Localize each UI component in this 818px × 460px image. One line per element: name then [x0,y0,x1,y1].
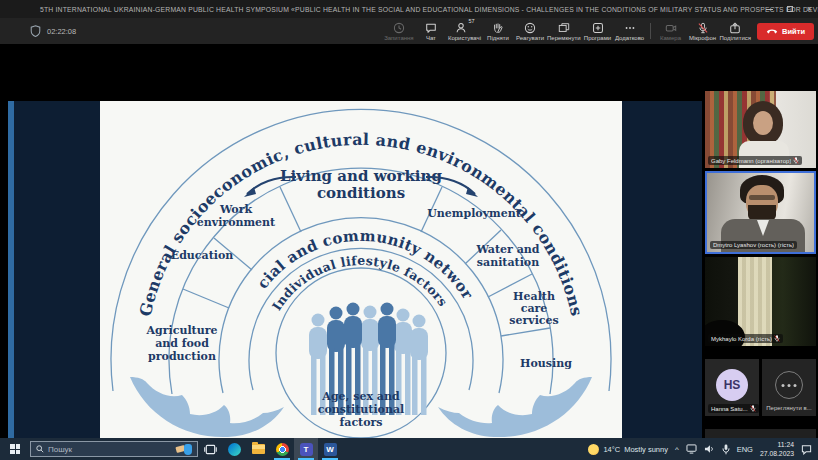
windows-logo-icon [10,444,20,454]
phone-hangup-icon [766,27,778,35]
mic-muted-icon [774,335,780,342]
svg-text:environment: environment [197,216,276,229]
qa-button[interactable]: Запитання [384,19,414,43]
glasses [749,195,775,200]
mic-muted-icon [793,157,799,164]
search-input[interactable] [48,445,172,454]
edge-icon [228,443,241,456]
close-icon[interactable]: × [807,5,812,14]
apps-button[interactable]: Програми [583,19,613,43]
view-more-participants-tile[interactable]: Переглянути в... [762,359,816,416]
chrome-icon [276,443,289,456]
search-icon [36,445,44,453]
clock-icon [393,22,405,34]
meeting-toolbar: 02:22:08 Запитання Чат 57 Користувачі [0,18,818,44]
teams-icon: T [300,443,313,456]
search-highlights-icon[interactable] [176,443,192,456]
more-button[interactable]: Додатково [615,19,645,43]
switch-view-button[interactable]: Перемкнути [547,19,581,43]
word-icon: W [324,443,337,456]
word-app-button[interactable]: W [318,438,342,460]
participants-button[interactable]: 57 Користувачі [448,19,481,43]
chrome-app-button[interactable] [270,438,294,460]
raise-hand-button[interactable]: Підняти [483,19,513,43]
taskbar-clock[interactable]: 11:24 27.08.2023 [760,440,794,458]
notifications-icon[interactable] [801,444,812,455]
participant-nametag: Hanna Satu... [708,404,759,413]
start-button[interactable] [0,438,30,460]
participant-nametag: Gaby Feldmann (організатор) [708,156,802,165]
participant-tile-dmytro-active-speaker[interactable]: Dmytro Lyashov (гость) (гість) [705,171,816,254]
edge-app-button[interactable] [222,438,246,460]
ellipsis-icon [624,22,636,34]
tray-expand-button[interactable]: ^ [675,445,679,454]
weather-temp: 14°C [603,445,620,454]
shield-icon [30,25,41,37]
microphone-button[interactable]: Мікрофон [688,19,718,43]
meeting-content-area: General socioeconomic, cultural and envi… [0,44,818,438]
participant-tile-gaby[interactable]: Gaby Feldmann (організатор) [705,91,816,168]
camera-button[interactable]: Камера [656,19,686,43]
svg-text:Housing: Housing [520,357,572,370]
share-up-arrow-icon [729,22,741,34]
weather-widget[interactable]: 14°C Mostly sunny [588,444,668,455]
svg-text:Living and working: Living and working [280,167,442,185]
raise-hand-icon [492,22,504,34]
task-view-icon [204,443,217,456]
weather-sun-icon [588,444,599,455]
svg-text:Education: Education [171,249,234,262]
speaker-icon[interactable] [704,444,715,454]
maximize-icon[interactable] [787,6,793,12]
svg-text:Unemployment: Unemployment [427,207,521,220]
slide-accent-strip [8,101,14,460]
meeting-timer: 02:22:08 [47,27,76,36]
chat-button[interactable]: Чат [416,19,446,43]
ring-outlines [111,109,611,438]
participants-icon [455,22,467,34]
svg-text:Work: Work [219,203,253,216]
svg-text:factors: factors [340,416,383,429]
apps-plus-icon [592,22,604,34]
task-view-button[interactable] [198,438,222,460]
svg-text:sanitation: sanitation [477,256,539,269]
rainbow-model-svg: General socioeconomic, cultural and envi… [100,101,622,454]
display-icon[interactable] [686,444,697,454]
window-titlebar: 5TH INTERNATIONAL UKRAINIAN-GERMAN PUBLI… [0,0,818,18]
participant-nametag: Mykhaylo Korda (гість) [708,334,783,343]
tray-mic-icon[interactable] [722,444,730,455]
mic-muted-icon [750,405,756,412]
camera-icon [665,22,677,34]
react-button[interactable]: Реагувати [515,19,545,43]
participants-count: 57 [468,18,474,24]
file-explorer-button[interactable] [246,438,270,460]
view-more-label: Переглянути в... [762,405,816,411]
time: 11:24 [760,440,794,449]
minimize-icon[interactable] [766,9,773,10]
participant-tile-mykhaylo[interactable]: Mykhaylo Korda (гість) [705,257,816,346]
living-working-header: Living and working conditions [244,167,478,202]
participant-tile-hanna[interactable]: HS Hanna Satu... [705,359,759,416]
weather-condition: Mostly sunny [624,445,668,454]
smiley-icon [524,22,536,34]
teams-app-button[interactable]: T [294,438,318,460]
dahlgren-whitehead-diagram: General socioeconomic, cultural and envi… [100,101,622,454]
svg-text:and food: and food [155,337,209,350]
microphone-muted-icon [697,22,709,34]
svg-text:Agriculture: Agriculture [146,324,218,337]
svg-text:conditions: conditions [317,184,405,202]
window-title: 5TH INTERNATIONAL UKRAINIAN-GERMAN PUBLI… [0,6,818,13]
svg-text:Water and: Water and [475,243,539,256]
folder-icon [252,444,265,454]
avatar-initials: HS [716,369,748,401]
share-screen-button[interactable]: Поділитися [720,19,752,43]
participant-nametag: Dmytro Lyashov (гость) (гість) [710,241,797,249]
svg-text:production: production [148,350,216,363]
toolbar-divider [650,23,651,39]
taskbar-search[interactable] [30,441,198,457]
svg-text:services: services [509,314,558,327]
svg-text:constitutional: constitutional [318,403,404,416]
language-indicator[interactable]: ENG [737,445,753,454]
chat-icon [425,22,437,34]
windows-switch-icon [558,22,570,34]
leave-button[interactable]: Вийти [757,23,814,40]
